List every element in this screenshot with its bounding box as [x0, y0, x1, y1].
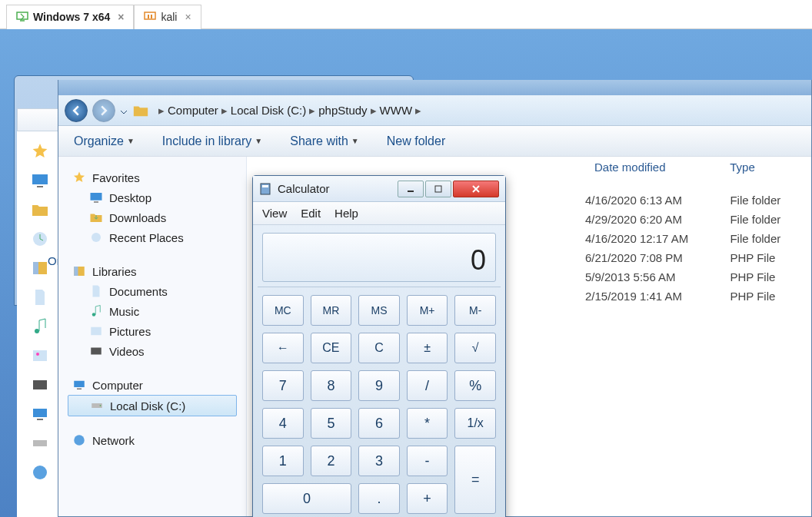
- menu-edit[interactable]: Edit: [301, 207, 321, 220]
- key-0[interactable]: 0: [262, 483, 351, 514]
- close-icon[interactable]: ×: [118, 11, 124, 23]
- key-mplus[interactable]: M+: [407, 295, 448, 326]
- svg-rect-1: [145, 12, 155, 19]
- menu-help[interactable]: Help: [334, 207, 358, 220]
- table-row[interactable]: 2/15/2019 1:41 AMPHP File: [585, 287, 811, 306]
- cell-type: PHP File: [730, 290, 811, 303]
- cell-type: File folder: [730, 194, 811, 207]
- downloads-icon: [89, 210, 103, 224]
- key-2[interactable]: 2: [311, 446, 352, 476]
- nav-history-dropdown[interactable]: [120, 108, 128, 116]
- key-add[interactable]: +: [407, 483, 448, 514]
- minimize-icon: [406, 184, 415, 194]
- key-ce[interactable]: CE: [311, 333, 352, 363]
- key-plusminus[interactable]: ±: [407, 333, 448, 363]
- calculator-keypad: MC MR MS M+ M- ← CE C ± √ 7 8 9 / % 4 5 …: [253, 287, 505, 517]
- svg-point-7: [35, 329, 39, 333]
- table-row[interactable]: 4/16/2020 12:17 AMFile folder: [585, 229, 811, 248]
- key-subtract[interactable]: -: [407, 446, 448, 476]
- column-date[interactable]: Date modified: [585, 161, 720, 174]
- organize-menu[interactable]: Organize▼: [74, 134, 135, 148]
- sidebar-item-videos[interactable]: Videos: [65, 341, 240, 361]
- folder-icon: [31, 201, 49, 219]
- menu-view[interactable]: View: [262, 207, 287, 220]
- table-row[interactable]: 6/21/2020 7:08 PMPHP File: [585, 248, 811, 267]
- key-divide[interactable]: /: [407, 370, 448, 401]
- share-with-menu[interactable]: Share with▼: [290, 134, 359, 148]
- sidebar-item-recent[interactable]: Recent Places: [65, 227, 240, 247]
- key-c[interactable]: C: [358, 333, 400, 363]
- svg-rect-4: [32, 174, 48, 184]
- key-decimal[interactable]: .: [358, 483, 400, 514]
- key-mc[interactable]: MC: [262, 295, 304, 326]
- table-row[interactable]: 5/9/2013 5:56 AMPHP File: [585, 267, 811, 287]
- key-3[interactable]: 3: [358, 446, 400, 476]
- key-7[interactable]: 7: [262, 370, 304, 401]
- maximize-button[interactable]: [425, 181, 451, 197]
- document-icon: [31, 288, 49, 307]
- cell-date: 4/16/2020 12:17 AM: [585, 232, 707, 245]
- library-icon: [31, 259, 49, 277]
- key-9[interactable]: 9: [358, 370, 400, 401]
- svg-rect-22: [77, 389, 82, 390]
- include-label: Include in library: [162, 134, 252, 148]
- breadcrumb-item[interactable]: phpStudy: [318, 104, 367, 117]
- cell-date: 4/29/2020 6:20 AM: [585, 213, 707, 226]
- label: Recent Places: [109, 231, 184, 244]
- key-backspace[interactable]: ←: [262, 333, 304, 363]
- breadcrumb-item[interactable]: Local Disk (C:): [231, 104, 306, 117]
- sidebar-item-pictures[interactable]: Pictures: [65, 321, 240, 341]
- svg-rect-5: [37, 186, 43, 187]
- cell-type: File folder: [730, 213, 811, 226]
- key-multiply[interactable]: *: [407, 408, 448, 439]
- explorer-titlebar[interactable]: [58, 80, 811, 95]
- vm-tab-kali[interactable]: kali ×: [134, 5, 201, 29]
- computer-icon: [31, 405, 49, 423]
- sidebar-favorites[interactable]: Favorites: [65, 167, 240, 187]
- back-button[interactable]: [65, 99, 88, 122]
- vm-tab-win7[interactable]: Windows 7 x64 ×: [6, 5, 134, 29]
- key-8[interactable]: 8: [311, 370, 352, 401]
- table-row[interactable]: 4/16/2020 6:13 AMFile folder: [585, 191, 811, 210]
- key-mr[interactable]: MR: [311, 295, 352, 326]
- minimize-button[interactable]: [398, 181, 424, 197]
- key-ms[interactable]: MS: [358, 295, 400, 326]
- column-type[interactable]: Type: [720, 161, 811, 174]
- calculator-titlebar[interactable]: Calculator: [253, 176, 505, 202]
- cell-date: 2/15/2019 1:41 AM: [585, 290, 707, 303]
- breadcrumb[interactable]: ▸Computer ▸Local Disk (C:) ▸phpStudy ▸WW…: [154, 104, 805, 118]
- cell-type: PHP File: [730, 251, 811, 264]
- key-5[interactable]: 5: [311, 408, 352, 439]
- sidebar-computer[interactable]: Computer: [65, 375, 240, 395]
- new-folder-button[interactable]: New folder: [387, 134, 445, 148]
- breadcrumb-item[interactable]: WWW: [380, 104, 412, 117]
- sidebar-item-documents[interactable]: Documents: [65, 281, 240, 301]
- key-percent[interactable]: %: [454, 370, 496, 401]
- key-mminus[interactable]: M-: [454, 295, 496, 326]
- desktop-area: Org ▸Computer ▸Local Disk (C:): [0, 29, 812, 517]
- include-library-menu[interactable]: Include in library▼: [162, 134, 262, 148]
- key-1[interactable]: 1: [262, 446, 304, 476]
- sidebar-libraries[interactable]: Libraries: [65, 261, 240, 281]
- sidebar-item-music[interactable]: Music: [65, 301, 240, 321]
- calculator-display: 0: [262, 233, 496, 282]
- forward-button[interactable]: [92, 99, 115, 122]
- key-6[interactable]: 6: [358, 408, 400, 439]
- sidebar-network[interactable]: Network: [65, 430, 240, 450]
- star-icon: [31, 142, 49, 161]
- key-equals[interactable]: =: [454, 446, 496, 514]
- close-button[interactable]: [453, 181, 499, 197]
- table-row[interactable]: 4/29/2020 6:20 AMFile folder: [585, 210, 811, 229]
- sidebar-item-desktop[interactable]: Desktop: [65, 187, 240, 207]
- drive-icon: [31, 434, 49, 452]
- sidebar-item-downloads[interactable]: Downloads: [65, 207, 240, 227]
- breadcrumb-item[interactable]: Computer: [168, 104, 218, 117]
- sidebar-item-localdisk[interactable]: Local Disk (C:): [68, 395, 237, 416]
- key-4[interactable]: 4: [262, 408, 304, 439]
- key-sqrt[interactable]: √: [454, 333, 496, 363]
- document-icon: [89, 284, 103, 298]
- close-icon[interactable]: ×: [185, 11, 191, 23]
- cell-date: 6/21/2020 7:08 PM: [585, 251, 707, 264]
- computer-icon: [72, 378, 86, 392]
- key-reciprocal[interactable]: 1/x: [454, 408, 496, 439]
